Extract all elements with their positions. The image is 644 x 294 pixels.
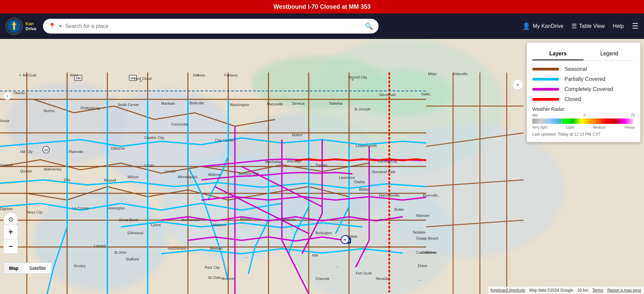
svg-text:Hebron: Hebron (193, 73, 205, 77)
svg-text:...: ... (245, 254, 248, 258)
logo (5, 17, 23, 35)
svg-text:Phillipsburg: Phillipsburg (81, 106, 100, 110)
svg-text:La Crosse: La Crosse (72, 206, 89, 210)
map-view-button[interactable]: Map (4, 263, 24, 274)
svg-text:Andover: Andover (221, 277, 235, 281)
radar-mid-label: 0 (584, 113, 586, 117)
svg-text:Seneca: Seneca (292, 101, 305, 105)
svg-text:Boonville...: Boonville... (423, 193, 441, 197)
logo-container: Kan Drive (5, 17, 39, 35)
svg-text:Olathe: Olathe (354, 180, 365, 184)
svg-text:Smith Center: Smith Center (117, 103, 139, 107)
svg-text:Larned: Larned (94, 244, 105, 248)
svg-text:Eldon: Eldon (418, 264, 427, 268)
svg-text:Ness City: Ness City (27, 210, 43, 214)
svg-text:Hutchinson: Hutchinson (168, 246, 186, 250)
radar-intensity-labels: Very light Light Medium Heavy (532, 125, 635, 129)
tab-layers[interactable]: Layers (532, 48, 584, 60)
svg-text:Savannah: Savannah (379, 93, 396, 97)
alert-text: Westbound I-70 Closed at MM 353 (274, 3, 371, 10)
svg-text:Mankato: Mankato (161, 101, 175, 105)
terms-link[interactable]: Terms (592, 288, 603, 293)
svg-text:Fairbury: Fairbury (224, 73, 238, 77)
dropdown-icon[interactable]: ▼ (58, 24, 62, 29)
seasonal-label: Seasonal (564, 66, 587, 72)
seasonal-color-swatch (532, 68, 559, 70)
svg-rect-3 (13, 25, 15, 30)
last-updated-text: Last updated: Today at 12:13 PM CST (532, 132, 635, 137)
svg-text:Kirksville: Kirksville (453, 72, 467, 76)
svg-text:Mound City: Mound City (348, 75, 367, 79)
svg-point-50 (140, 81, 142, 82)
svg-text:Wamego: Wamego (287, 159, 302, 163)
svg-text:Kinsley: Kinsley (74, 264, 86, 268)
table-view-button[interactable]: ☰ Table View (572, 22, 605, 30)
svg-text:Dighton: Dighton (0, 207, 13, 211)
collapse-panel-button[interactable]: ‹ (3, 92, 11, 100)
svg-text:Topeka: Topeka (315, 163, 328, 167)
svg-text:Harrisonville: Harrisonville (379, 193, 400, 197)
satellite-view-button[interactable]: Satellite (24, 263, 51, 274)
legend-item-seasonal: Seasonal (532, 66, 635, 72)
svg-text:Galla...: Galla... (421, 92, 433, 96)
svg-text:McCook: McCook (23, 73, 37, 77)
svg-text:Minneapolis: Minneapolis (178, 175, 198, 179)
svg-text:Osborne: Osborne (111, 146, 125, 150)
svg-text:Clay Center: Clay Center (215, 138, 234, 142)
svg-text:Emporia: Emporia (282, 217, 296, 222)
legend-panel: Layers Legend Seasonal Partially Covered… (527, 42, 641, 142)
svg-point-56 (352, 79, 353, 81)
zoom-controls: + − (3, 224, 18, 254)
search-icon[interactable]: 🔍 (365, 22, 373, 30)
svg-text:Quinter: Quinter (20, 169, 32, 173)
svg-text:...: ... (336, 264, 339, 268)
radar-color-bar (532, 118, 635, 124)
location-crosshair-icon: ⊙ (8, 216, 13, 223)
svg-point-48 (66, 75, 68, 76)
menu-button[interactable]: ☰ (632, 22, 639, 31)
svg-text:Leavenworth: Leavenworth (356, 144, 377, 148)
svg-text:Ellinwood: Ellinwood (128, 231, 143, 235)
svg-text:Butler: Butler (394, 207, 404, 211)
svg-text:Norton: Norton (44, 109, 55, 113)
hamburger-icon: ☰ (632, 22, 639, 31)
location-pin-icon: 📍 (48, 22, 56, 30)
legend-item-closed: Closed (532, 96, 635, 102)
zoom-in-button[interactable]: + (3, 224, 18, 239)
radar-very-light-label: Very light (532, 125, 547, 129)
completely-covered-color-swatch (532, 88, 559, 91)
svg-text:✶: ✶ (344, 238, 346, 242)
panel-expand-arrow[interactable]: › (512, 79, 523, 90)
closed-color-swatch (532, 98, 559, 101)
svg-text:Newton: Newton (210, 246, 222, 250)
svg-text:Washington: Washington (230, 103, 249, 107)
map-container: 70 283 236 281 McCook Alma Red Cloud Heb… (0, 39, 644, 294)
weather-radar-section: Weather Radar: dbz 0 75 Very light Light… (532, 106, 635, 129)
svg-text:Ellis: Ellis (64, 178, 71, 182)
tab-legend[interactable]: Legend (584, 48, 635, 60)
svg-text:Chanute: Chanute (315, 277, 330, 281)
search-container[interactable]: 📍 ▼ 🔍 (43, 19, 379, 34)
help-button[interactable]: Help (613, 23, 624, 29)
svg-text:Lawrence: Lawrence (339, 176, 355, 180)
svg-point-46 (19, 75, 21, 76)
svg-text:Lincoln: Lincoln (164, 169, 176, 173)
keyboard-shortcuts-link[interactable]: Keyboard shortcuts (491, 288, 525, 293)
svg-text:...: ... (386, 244, 389, 248)
report-error-link[interactable]: Report a map error (607, 288, 641, 293)
zoom-out-button[interactable]: − (3, 239, 18, 254)
radar-heavy-label: Heavy (625, 125, 635, 129)
svg-text:Belleville: Belleville (190, 101, 204, 105)
svg-text:Abilene: Abilene (208, 173, 220, 177)
svg-text:Hillsboro: Hillsboro (211, 223, 226, 227)
svg-text:Manhattan: Manhattan (265, 160, 283, 164)
legend-tabs: Layers Legend (532, 48, 635, 61)
radar-max-label: 75 (631, 113, 635, 117)
svg-text:Burlington: Burlington (315, 231, 332, 235)
svg-text:St John: St John (114, 250, 127, 254)
svg-text:Marion: Marion (240, 217, 251, 221)
search-input[interactable] (65, 23, 362, 29)
svg-text:Marysville: Marysville (267, 102, 283, 106)
my-kandrive-button[interactable]: 👤 My KanDrive (522, 22, 563, 30)
svg-text:Park City: Park City (205, 265, 220, 270)
